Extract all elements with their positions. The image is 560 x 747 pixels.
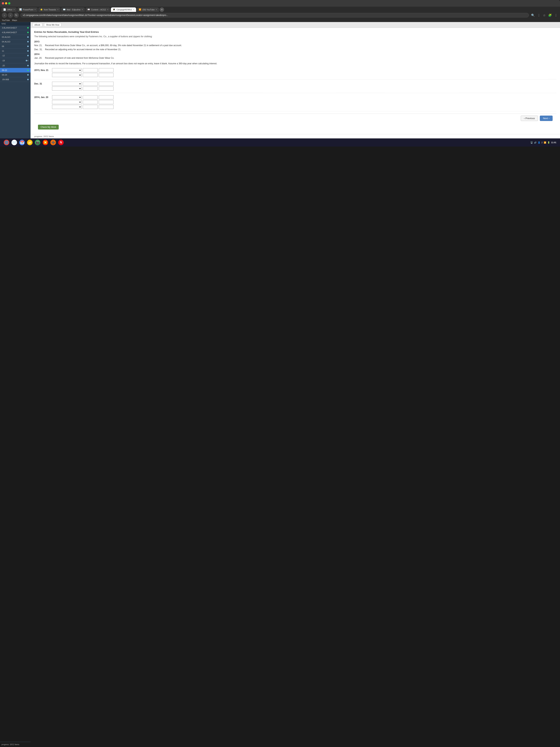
entry-debit-nov21-2[interactable] [83, 73, 98, 77]
entry-date-dec31: Dec. 31 [34, 82, 51, 85]
entry-account-dec31-2[interactable] [52, 86, 82, 91]
entry-account-nov21-1[interactable] [52, 68, 82, 72]
entry-debit-dec31-2[interactable] [83, 86, 98, 91]
entry-credit-nov21-1[interactable] [99, 68, 113, 72]
maximize-button[interactable] [8, 2, 10, 4]
taskbar-files-icon[interactable]: 📁 [27, 140, 33, 145]
minimize-button[interactable] [5, 2, 7, 4]
tray-screen-icon: 🖥️ [530, 141, 533, 144]
tab-cengagenow-close[interactable]: × [133, 8, 134, 11]
taskbar-calendar-icon[interactable]: 📅 [19, 140, 25, 145]
entry-credit-jan20-1[interactable] [99, 95, 113, 99]
entry-debit-jan20-2[interactable] [83, 100, 98, 104]
check-my-work-button[interactable]: Check My Work [38, 125, 59, 129]
entry-credit-nov21-2[interactable] [99, 73, 113, 77]
journal-row-nov21-2 [34, 73, 556, 77]
transaction-dec31: Dec. 31. Recorded an adjusting entry for… [34, 48, 556, 51]
window-controls [2, 2, 10, 4]
tab-youtube-close[interactable]: × [156, 8, 157, 11]
sidebar-item-3blanksheet[interactable]: 3.BLANKSHEET [0, 26, 31, 30]
sidebar-dot-0924 [27, 74, 29, 76]
tab-towards-close[interactable]: × [57, 8, 58, 11]
entry-debit-jan20-1[interactable] [83, 95, 98, 99]
bookmark-button[interactable]: ☆ [542, 13, 546, 18]
entry-credit-jan20-3[interactable] [99, 105, 113, 109]
search-button[interactable]: 🔍 [530, 13, 536, 18]
entry-account-nov21-2[interactable] [52, 73, 82, 77]
share-button[interactable]: ⋮ [537, 13, 541, 18]
sidebar-item-4blanksheet[interactable]: 4.BLANKSHEET [0, 30, 31, 35]
entry-debit-jan20-3[interactable] [83, 105, 98, 109]
entry-credit-jan20-2[interactable] [99, 100, 113, 104]
close-button[interactable] [2, 2, 4, 4]
extension-button[interactable]: 🧩 [548, 13, 553, 18]
show-me-how-button[interactable]: Show Me How [44, 23, 61, 27]
office-favicon: 📄 [3, 8, 6, 11]
tray-battery-icon: 🔋 [548, 141, 550, 144]
entry-credit-dec31-1[interactable] [99, 82, 113, 86]
tab-ppt-close[interactable]: × [34, 8, 36, 11]
ebook-button[interactable]: eBook [32, 23, 42, 27]
forward-button[interactable]: › [8, 12, 13, 18]
sidebar-dot-11 [27, 50, 29, 52]
tab-office[interactable]: 📄 Office × [1, 7, 17, 12]
address-input[interactable] [20, 13, 529, 18]
sidebar-item-12[interactable]: -12 [0, 53, 31, 58]
entry-debit-nov21-1[interactable] [83, 68, 98, 72]
taskbar-video-icon[interactable]: 🎬 [35, 140, 41, 145]
sidebar-item-4algo[interactable]: 04.ALGO [0, 40, 31, 44]
sidebar-item-11[interactable]: 11 [0, 49, 31, 53]
entry-credit-dec31-2[interactable] [99, 86, 113, 91]
bookmark-youtube[interactable]: YouTube [2, 19, 10, 21]
sidebar-item-06[interactable]: 06 [0, 44, 31, 49]
menu-button[interactable]: ⋮ [554, 13, 558, 18]
chevron-left-icon: ‹ [524, 117, 525, 120]
entry-date-jan20: 20Y4, Jan. 20 [34, 96, 51, 99]
page-content: Nine 3.BLANKSHEET 4.BLANKSHEET 03.ALGO 0… [0, 22, 560, 138]
sidebar-item-12-label: -12 [2, 54, 27, 57]
tab-youtube[interactable]: ▶️ (58) YouTube × [137, 7, 159, 12]
bookmarks-bar: YouTube Maps [0, 19, 560, 22]
tab-content-acg[interactable]: 📖 Content – ACG2 × [85, 7, 110, 12]
trans-jan20-text: Received payment of note and interest fr… [45, 56, 114, 60]
next-button[interactable]: Next › [540, 115, 553, 121]
sidebar-item-3algo[interactable]: 03.ALGO [0, 35, 31, 40]
bookmark-maps[interactable]: Maps [12, 19, 17, 21]
back-button[interactable]: ‹ [2, 12, 7, 18]
tab-from-towards[interactable]: ⭐ from Towards × [38, 7, 60, 12]
taskbar-right: 🖥️ 🔊 👤 2 📶 🔋 11:01 [530, 141, 556, 144]
tab-mail-close[interactable]: × [82, 8, 83, 11]
reload-button[interactable]: ↻ [14, 12, 19, 18]
taskbar-browser-icon[interactable]: 🌐 [4, 140, 9, 145]
tray-wifi-icon: 📶 [544, 141, 546, 144]
taskbar-play-icon[interactable]: ▶️ [43, 140, 48, 145]
tab-acg-label: Content – ACG2 [91, 8, 106, 11]
tab-cengagenow[interactable]: 🎓 CengageNOWv2 × [111, 7, 136, 12]
tray-sound-icon: 🔊 [534, 141, 537, 144]
new-tab-button[interactable]: + [160, 7, 164, 12]
sidebar-item-0922[interactable]: 09-22 [0, 68, 31, 73]
previous-button[interactable]: ‹ Previous [521, 115, 538, 121]
sidebar-item-19[interactable]: -19 < [0, 58, 31, 63]
tab-mail[interactable]: ✉️ Mail - Edjouline × [61, 7, 85, 12]
acg-favicon: 📖 [87, 8, 90, 11]
time-display: 11:01 [551, 141, 556, 144]
entry-account-dec31-1[interactable] [52, 82, 82, 86]
sidebar-item-0906b[interactable]: .09-06B [0, 77, 31, 82]
trans-dec31-text: Recorded an adjusting entry for accrued … [45, 48, 121, 51]
journal-row-dec31-2 [34, 86, 556, 91]
entry-account-jan20-3[interactable] [52, 105, 82, 109]
tab-acg-close[interactable]: × [107, 8, 108, 11]
entry-debit-dec31-1[interactable] [83, 82, 98, 86]
entry-account-jan20-2[interactable] [52, 100, 82, 104]
tab-powerpoint[interactable]: 📊 PowerPoint × [18, 7, 37, 12]
trans-nov21-date: Nov. 21. [34, 44, 44, 47]
taskbar-plus-icon[interactable]: ➕ [50, 140, 56, 145]
tab-office-close[interactable]: × [14, 8, 15, 11]
entry-account-jan20-1[interactable] [52, 95, 82, 99]
taskbar-gmail-icon[interactable]: ✉️ [11, 140, 17, 145]
transaction-jan20: Jan. 20. Received payment of note and in… [34, 56, 556, 60]
sidebar-item-20[interactable]: -20 [0, 63, 31, 68]
taskbar-netflix-icon[interactable]: N [58, 140, 64, 145]
sidebar-item-0924[interactable]: 09-24 [0, 73, 31, 77]
